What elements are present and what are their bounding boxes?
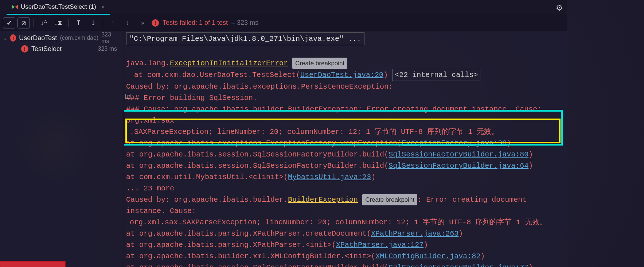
show-passed-button[interactable]: ✔ xyxy=(3,18,15,28)
stack-line: at org.apache.ibatis.session.SqlSessionF… xyxy=(126,262,565,267)
stack-line: ### Cause: org.apache.ibatis.builder.Bui… xyxy=(126,104,565,126)
bottom-red-tab[interactable] xyxy=(0,261,66,267)
stack-line: at org.apache.ibatis.session.SqlSessionF… xyxy=(126,149,565,160)
stack-line: .SAXParseException; lineNumber: 20; colu… xyxy=(126,126,565,138)
more-icon[interactable]: » xyxy=(136,20,149,26)
internal-calls-box[interactable]: <22 internal calls> xyxy=(392,69,480,81)
test-toolbar: ✔ ⊘ ↓ᴬ ↓⧗ ⤒ ⤓ ↑ ↓ » ! Tests failed: 1 of… xyxy=(0,15,567,31)
run-tab[interactable]: UserDaoTest.TestSelect (1) × xyxy=(7,0,110,15)
run-config-icon xyxy=(12,5,18,9)
source-link[interactable]: ExceptionFactory.java:30 xyxy=(402,139,507,147)
source-link[interactable]: XPathParser.java:127 xyxy=(336,241,424,249)
source-link[interactable]: SqlSessionFactoryBuilder.java:77 xyxy=(389,263,528,267)
stack-line: java.lang.ExceptionInInitializerError Cr… xyxy=(126,58,565,69)
stack-line: ### Error building SqlSession. xyxy=(126,92,565,104)
status-time: – 323 ms xyxy=(231,19,258,27)
stack-line: ... 23 more xyxy=(126,183,565,194)
test-tree[interactable]: ⌄ ! UserDaoTest (com.cxm.dao) 323 ms ! T… xyxy=(0,31,124,267)
error-icon: ! xyxy=(10,34,16,42)
stack-line: org.xml.sax.SAXParseException; lineNumbe… xyxy=(126,217,565,228)
stack-line: at org.apache.ibatis.parsing.XPathParser… xyxy=(126,228,565,239)
expand-frames-icon[interactable]: + xyxy=(125,94,130,99)
stack-line: Caused by: org.apache.ibatis.builder.Bui… xyxy=(126,194,565,217)
test-tree-root[interactable]: ⌄ ! UserDaoTest (com.cxm.dao) 323 ms xyxy=(0,32,124,43)
exception-link[interactable]: ExceptionInInitializerError xyxy=(170,59,288,67)
source-link[interactable]: XMLConfigBuilder.java:82 xyxy=(375,252,480,260)
stack-line: at org.apache.ibatis.parsing.XPathParser… xyxy=(126,239,565,251)
error-icon: ! xyxy=(21,45,28,53)
expand-all-button[interactable]: ⤒ xyxy=(72,18,85,28)
create-breakpoint-button[interactable]: Create breakpoint xyxy=(292,58,347,69)
command-line: "C:\Program Files\Java\jdk1.8.0_271\bin\… xyxy=(126,32,364,45)
create-breakpoint-button[interactable]: Create breakpoint xyxy=(362,194,417,205)
source-link[interactable]: UserDaoTest.java:20 xyxy=(300,71,383,79)
stack-line: at org.apache.ibatis.exceptions.Exceptio… xyxy=(126,138,565,149)
test-tree-item[interactable]: ! TestSelect 323 ms xyxy=(0,43,124,54)
source-link[interactable]: SqlSessionFactoryBuilder.java:64 xyxy=(389,162,528,170)
stack-line: at com.cxm.dao.UserDaoTest.TestSelect(Us… xyxy=(126,69,565,81)
status-fail-text: Tests failed: 1 of 1 test xyxy=(163,19,228,27)
close-tab-icon[interactable]: × xyxy=(101,4,105,10)
source-link[interactable]: SqlSessionFactoryBuilder.java:80 xyxy=(389,150,528,159)
error-status-icon: ! xyxy=(152,19,159,27)
sort-alpha-button[interactable]: ↓ᴬ xyxy=(38,18,50,28)
tab-bar: : UserDaoTest.TestSelect (1) × ⚙ xyxy=(0,0,567,15)
console-output[interactable]: "C:\Program Files\Java\jdk1.8.0_271\bin\… xyxy=(124,31,567,267)
source-link[interactable]: XPathParser.java:263 xyxy=(371,229,458,238)
tab-title: UserDaoTest.TestSelect (1) xyxy=(21,3,96,11)
exception-link[interactable]: BuilderException xyxy=(288,196,358,204)
stack-line: at org.apache.ibatis.session.SqlSessionF… xyxy=(126,160,565,171)
panel-label: : xyxy=(0,4,7,11)
collapse-caret-icon[interactable]: ⌄ xyxy=(3,35,7,41)
prev-failed-button[interactable]: ↑ xyxy=(107,18,119,28)
sort-duration-button[interactable]: ↓⧗ xyxy=(52,18,65,28)
show-ignored-button[interactable]: ⊘ xyxy=(17,18,30,28)
stack-line: Caused by: org.apache.ibatis.exceptions.… xyxy=(126,81,565,92)
test-status: ! Tests failed: 1 of 1 test – 323 ms xyxy=(152,19,258,27)
collapse-all-button[interactable]: ⤓ xyxy=(87,18,99,28)
next-failed-button[interactable]: ↓ xyxy=(121,18,134,28)
source-link[interactable]: MybatisUtil.java:23 xyxy=(288,173,371,181)
stack-line: at com.cxm.util.MybatisUtil.<clinit>(Myb… xyxy=(126,171,565,183)
stack-line: at org.apache.ibatis.builder.xml.XMLConf… xyxy=(126,251,565,262)
settings-gear-icon[interactable]: ⚙ xyxy=(556,3,563,13)
